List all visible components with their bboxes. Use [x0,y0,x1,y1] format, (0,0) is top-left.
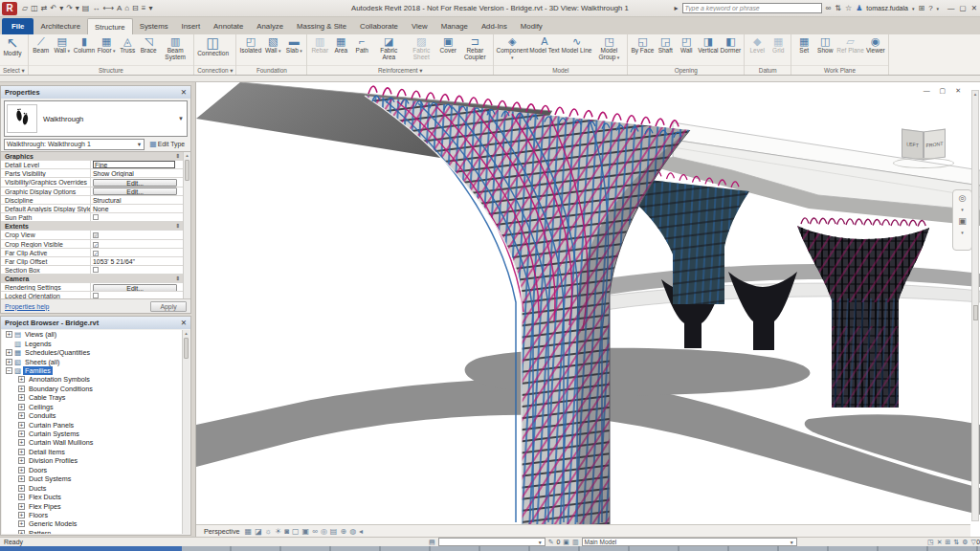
tab-9[interactable]: View [405,18,434,34]
minimize-button[interactable]: — [947,4,955,12]
user-name[interactable]: tomasz.fudala [866,5,908,11]
property-row-10[interactable]: Crop Region Visible [1,240,183,249]
tree-row-13[interactable]: + Detail Items [2,448,182,456]
type-selector[interactable]: Walkthrough ▼ [4,100,188,137]
revit-app-button[interactable]: R [2,2,17,15]
tree-row-5[interactable]: + Annotation Symbols [2,375,182,384]
visual-style-icon[interactable]: ◪ [255,527,262,536]
background-processes-icon[interactable]: ⚙ [962,539,968,546]
properties-scrollbar[interactable]: ▴ [183,152,190,298]
apply-button[interactable]: Apply [150,301,187,312]
viewcube-compass-ring[interactable] [893,158,954,168]
property-row-6[interactable]: Default Analysis Display Style None [1,205,183,213]
search-binoculars-icon[interactable]: ∞ [826,4,832,12]
tree-row-18[interactable]: + Flex Ducts [2,493,182,501]
show-crop-region-icon[interactable]: ▣ [302,527,310,536]
project-browser-header[interactable]: Project Browser - Bridge.rvt ✕ [1,317,190,329]
tree-row-11[interactable]: + Curtain Systems [2,430,182,438]
tab-2[interactable]: Structure [87,18,133,34]
property-row-2[interactable]: Parts Visibility Show Original [1,169,183,178]
panel-label-reinforcement[interactable]: Reinforcement ▾ [307,65,493,75]
panel-label-work-plane[interactable]: Work Plane [791,65,888,75]
tab-3[interactable]: Systems [133,18,175,34]
editing-requests-icon[interactable]: ✎ [548,539,554,546]
crop-view-icon[interactable]: ▢ [292,527,300,536]
property-row-9[interactable]: Crop View [1,231,183,239]
press-drag-icon[interactable]: ⊞ [946,539,951,546]
tree-row-19[interactable]: + Flex Pipes [2,501,182,510]
connection-btn-0[interactable]: ◫ Connection [196,35,230,57]
property-row-12[interactable]: Far Clip Offset 1053' 5 21/64" [1,257,183,266]
reinforcement-btn-6[interactable]: ⊐ Rebar Coupler [458,35,491,61]
work-plane-btn-0[interactable]: ▦ Set [793,35,814,55]
property-row-1[interactable]: Detail Level Fine [1,161,183,169]
view-window-buttons[interactable]: — ▢ ✕ [924,87,965,95]
section-icon[interactable]: ⊟ [132,4,139,12]
tree-expander-0[interactable]: + [6,331,12,338]
foundation-btn-2[interactable]: ▬ Slab [283,35,304,55]
properties-close-icon[interactable]: ✕ [181,88,187,97]
property-row-4[interactable]: Graphic Display Options Edit... [1,187,183,196]
panel-label-structure[interactable]: Structure [29,65,193,75]
tree-row-1[interactable]: ▥ Legends [2,339,182,347]
structure-btn-3[interactable]: ▦ Floor [96,35,117,55]
datum-btn-0[interactable]: ◆ Level [746,35,768,55]
reinforcement-btn-3[interactable]: ◪ Fabric Area [372,35,405,61]
tree-row-12[interactable]: + Curtain Wall Mullions [2,438,182,447]
sync-icon[interactable]: ⇄ [41,4,48,12]
default-3d-view-icon[interactable]: ⌂ [124,4,129,12]
tree-row-2[interactable]: + ▦ Schedules/Quantities [2,348,182,357]
tree-expander-15[interactable]: + [18,467,25,474]
collapse-bar-icon[interactable]: ◂ [359,527,363,536]
sign-in-icon[interactable]: ⇅ [835,4,841,12]
structure-btn-0[interactable]: ⟋ Beam [31,35,52,55]
tree-row-6[interactable]: + Boundary Conditions [2,385,182,393]
tree-expander-16[interactable]: + [18,475,25,482]
browser-scrollbar[interactable]: ▴ [182,330,189,534]
property-row-13[interactable]: Section Box [1,266,183,275]
tree-row-15[interactable]: + Doors [2,466,182,474]
tree-row-21[interactable]: + Generic Models [2,519,182,528]
tree-expander-6[interactable]: + [18,386,25,392]
properties-help-link[interactable]: Properties help [5,303,49,310]
opening-btn-0[interactable]: ◱ By Face [630,35,655,55]
work-plane-btn-1[interactable]: ◫ Show [814,35,835,55]
rendering-dialog-icon[interactable]: ◙ [284,527,289,536]
tree-expander-4[interactable]: − [6,367,12,374]
exclude-options-icon[interactable]: ✕ [937,539,943,546]
tab-11[interactable]: Add-Ins [475,18,514,34]
tree-expander-2[interactable]: + [6,349,12,356]
tree-expander-10[interactable]: + [18,422,25,429]
tree-row-14[interactable]: + Division Profiles [2,456,182,465]
tree-expander-13[interactable]: + [18,449,25,455]
view-scale[interactable]: Perspective [204,527,240,536]
datum-btn-1[interactable]: ▦ Grid [768,35,789,55]
property-row-0[interactable]: Graphics [1,152,183,161]
tab-7[interactable]: Massing & Site [290,18,353,34]
foundation-btn-0[interactable]: ◰ Isolated [238,35,262,55]
viewcube[interactable]: LEFT FRONT [902,130,947,170]
close-button[interactable]: ✕ [971,4,977,12]
panel-label-datum[interactable]: Datum [745,65,791,75]
active-option-only-icon[interactable]: ▥ [572,539,579,546]
panel-label-foundation[interactable]: Foundation [236,65,306,75]
drawing-area[interactable]: — ▢ ✕ LEFT FRONT ◎ ▾ ▣ ▾ ▴ Perspective ▦… [196,82,980,537]
print-icon[interactable]: ▤ [82,4,90,12]
model-btn-0[interactable]: ◈ Component [496,35,528,61]
bridge-3d-view[interactable] [196,82,980,524]
search-input[interactable] [682,3,822,13]
help-dropdown-icon[interactable]: ▾ [937,6,940,11]
panel-label-select[interactable]: Select ▾ [0,65,28,75]
structure-btn-6[interactable]: ▥ Beam System [159,35,191,61]
tree-row-7[interactable]: + Cable Trays [2,393,182,402]
tree-expander-7[interactable]: + [18,394,25,401]
wheel-dropdown-icon[interactable]: ▾ [961,205,964,214]
opening-btn-3[interactable]: ◨ Vertical [697,35,719,55]
tab-1[interactable]: Architecture [33,18,87,34]
tab-10[interactable]: Manage [434,18,475,34]
tree-expander-3[interactable]: + [6,359,12,365]
redo-dropdown-icon[interactable]: ▾ [76,4,79,12]
select-links-icon[interactable]: ⇅ [953,539,959,546]
tab-4[interactable]: Insert [175,18,208,34]
search-expand-icon[interactable]: ▸ [675,4,679,12]
